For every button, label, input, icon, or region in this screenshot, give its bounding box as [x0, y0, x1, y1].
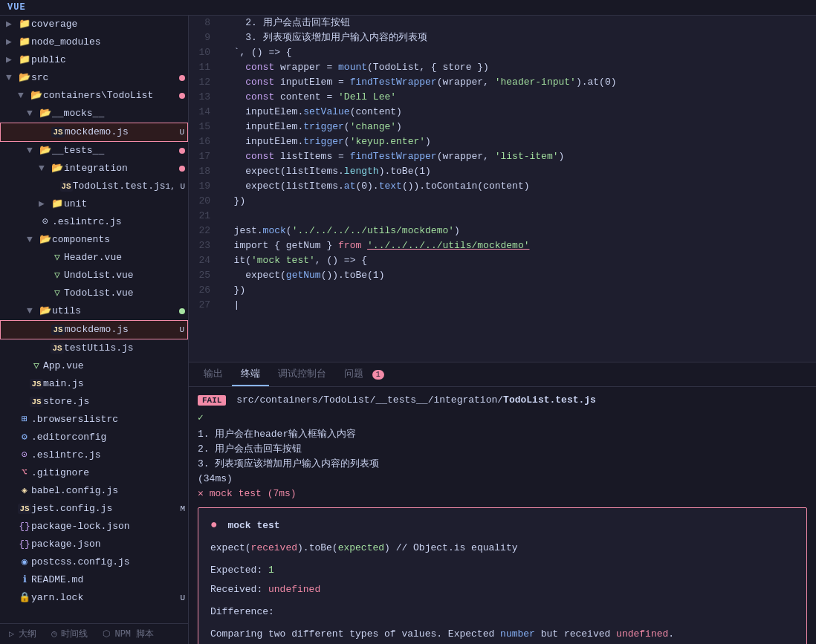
folder-icon: 📁 — [18, 34, 31, 51]
timeline-item[interactable]: ◷ 时间线 — [51, 628, 88, 640]
sidebar-item-package-lock[interactable]: {} package-lock.json — [0, 518, 188, 536]
expected-line: Expected: 1 — [210, 562, 794, 579]
tab-terminal[interactable]: 终端 — [232, 362, 269, 386]
sidebar-content: ▶ 📁 coverage ▶ 📁 node_modules ▶ 📁 public — [0, 16, 188, 623]
sidebar-item-mockdemo-utils[interactable]: JS mockdemo.js U — [0, 320, 188, 339]
sidebar-item-src[interactable]: ▼ 📂 src — [0, 69, 188, 87]
test-suite-item-3: 3. 列表项应该增加用户输入内容的列表项 — [198, 457, 807, 472]
code-editor[interactable]: 8 2. 用户会点击回车按钮 9 3. 列表项应该增加用户输入内容的列表项 10… — [189, 16, 816, 362]
tab-output[interactable]: 输出 — [195, 362, 232, 386]
code-line-26: 26 }) — [189, 283, 816, 298]
tab-problems[interactable]: 问题 1 — [335, 362, 393, 386]
vue-file-icon: ▽ — [30, 358, 43, 374]
folder-open-icon: 📂 — [39, 232, 52, 248]
problems-count: 1 — [372, 370, 384, 380]
sidebar-item-postcss[interactable]: ◉ postcss.config.js — [0, 553, 188, 571]
sidebar-item-eslint-src[interactable]: ⊙ .eslintrc.js — [0, 213, 188, 231]
fail-line: FAIL src/containers/TodoList/__tests__/i… — [198, 393, 807, 408]
chevron-down-icon: ▼ — [27, 232, 39, 248]
npm-icon: ⬡ — [103, 628, 110, 640]
sidebar-item-todolist-vue[interactable]: ▽ TodoList.vue — [0, 284, 188, 302]
babel-icon: ◈ — [18, 483, 31, 499]
sidebar-item-yarn-lock[interactable]: 🔒 yarn.lock U — [0, 589, 188, 607]
sidebar-item-store-js[interactable]: JS store.js — [0, 393, 188, 411]
editor-icon: ⚙ — [18, 429, 31, 446]
sidebar-item-readme[interactable]: ℹ README.md — [0, 571, 188, 589]
chevron-right-icon: ▶ — [6, 16, 18, 33]
sidebar-item-todolist-test[interactable]: JS TodoList.test.js 1, U — [0, 178, 188, 195]
sidebar-item-eslintrc-root[interactable]: ⊙ .eslintrc.js — [0, 446, 188, 464]
chevron-right-icon: ▶ — [39, 196, 51, 212]
sidebar: ▶ 📁 coverage ▶ 📁 node_modules ▶ 📁 public — [0, 16, 189, 644]
folder-icon: 📁 — [51, 196, 64, 212]
sidebar-item-mockdemo-mocks[interactable]: JS mockdemo.js U — [0, 123, 188, 142]
status-dot — [179, 93, 185, 99]
title-label: VUE — [7, 2, 26, 13]
code-line-12: 12 const inputElem = findTestWrapper(wra… — [189, 75, 816, 90]
sidebar-item-node_modules[interactable]: ▶ 📁 node_modules — [0, 33, 188, 51]
right-panel: 8 2. 用户会点击回车按钮 9 3. 列表项应该增加用户输入内容的列表项 10… — [189, 16, 816, 644]
code-line-20: 20 }) — [189, 194, 816, 209]
chevron-right-icon: ▶ — [6, 52, 18, 68]
test-suite-item-1: 1. 用户会在header输入框输入内容 — [198, 427, 807, 442]
panel-tabs: 输出 终端 调试控制台 问题 1 — [189, 362, 816, 387]
test-suite-item-2: 2. 用户会点击回车按钮 — [198, 442, 807, 457]
npm-scripts-item[interactable]: ⬡ NPM 脚本 — [103, 628, 154, 640]
sidebar-item-editorconfig[interactable]: ⚙ .editorconfig — [0, 429, 188, 446]
code-line-13: 13 const content = 'Dell Lee' — [189, 90, 816, 105]
sidebar-item-undolist-vue[interactable]: ▽ UndoList.vue — [0, 267, 188, 284]
js-file-icon: JS — [30, 376, 43, 392]
code-line-19: 19 expect(listItems.at(0).text()).toCont… — [189, 179, 816, 194]
outline-item[interactable]: ▷ 大纲 — [9, 628, 36, 640]
git-icon: ⌥ — [18, 465, 31, 481]
sidebar-item-mocks[interactable]: ▼ 📂 __mocks__ — [0, 105, 188, 123]
json-icon: {} — [18, 518, 31, 535]
error-desc: expect(received).toBe(expected) // Objec… — [210, 540, 794, 556]
status-dot — [179, 166, 185, 172]
eslint-icon: ⊙ — [39, 214, 52, 230]
sidebar-item-components[interactable]: ▼ 📂 components — [0, 231, 188, 249]
sidebar-item-utils[interactable]: ▼ 📂 utils — [0, 302, 188, 320]
sidebar-item-header-vue[interactable]: ▽ Header.vue — [0, 249, 188, 267]
chevron-down-icon: ▼ — [39, 160, 51, 177]
tab-debug[interactable]: 调试控制台 — [269, 362, 335, 386]
code-line-27: 27 | — [189, 298, 816, 313]
sidebar-item-coverage[interactable]: ▶ 📁 coverage — [0, 16, 188, 33]
folder-icon: 📁 — [18, 52, 31, 68]
chevron-down-icon: ▼ — [27, 143, 39, 159]
sidebar-item-public[interactable]: ▶ 📁 public — [0, 51, 188, 69]
json-icon: {} — [18, 536, 31, 553]
sidebar-item-tests[interactable]: ▼ 📂 __tests__ — [0, 142, 188, 160]
sidebar-item-containers-todolist[interactable]: ▼ 📂 containers\TodoList — [0, 87, 188, 105]
sidebar-item-unit[interactable]: ▶ 📁 unit — [0, 195, 188, 213]
diff-line: Comparing two different types of values.… — [210, 626, 794, 643]
bottom-panel: 输出 终端 调试控制台 问题 1 FAIL src/containers/Tod… — [189, 362, 816, 644]
browser-icon: ⊞ — [18, 412, 31, 428]
chevron-down-icon: ▼ — [18, 88, 30, 104]
sidebar-item-testutils[interactable]: JS testUtils.js — [0, 339, 188, 357]
terminal-content[interactable]: FAIL src/containers/TodoList/__tests__/i… — [189, 387, 816, 644]
code-line-15: 15 inputElem.trigger('change') — [189, 120, 816, 134]
status-dot — [179, 308, 185, 314]
chevron-down-icon: ▼ — [6, 70, 18, 86]
sidebar-item-app-vue[interactable]: ▽ App.vue — [0, 357, 188, 375]
sidebar-item-gitignore[interactable]: ⌥ .gitignore — [0, 464, 188, 482]
readme-icon: ℹ — [18, 572, 31, 588]
code-line-8: 8 2. 用户会点击回车按钮 — [189, 16, 816, 30]
sidebar-item-main-js[interactable]: JS main.js — [0, 375, 188, 393]
code-line-16: 16 inputElem.trigger('keyup.enter') — [189, 134, 816, 149]
folder-open-icon: 📂 — [51, 160, 64, 177]
sidebar-item-package-json[interactable]: {} package.json — [0, 536, 188, 553]
code-line-17: 17 const listItems = findTestWrapper(wra… — [189, 149, 816, 164]
sidebar-item-jest-config[interactable]: JS jest.config.js M — [0, 500, 188, 518]
code-line-10: 10 `, () => { — [189, 45, 816, 60]
sidebar-item-integration[interactable]: ▼ 📂 integration — [0, 160, 188, 178]
js-file-icon: JS — [30, 394, 43, 410]
sidebar-item-browserslistrc[interactable]: ⊞ .browserslistrc — [0, 411, 188, 429]
sidebar-item-babel-config[interactable]: ◈ babel.config.js — [0, 482, 188, 500]
sidebar-status-bar: ▷ 大纲 ◷ 时间线 ⬡ NPM 脚本 — [0, 623, 188, 644]
timing: (34ms) — [198, 472, 807, 487]
failed-test-line: ✕ mock test (7ms) — [198, 487, 807, 501]
fail-badge: FAIL — [198, 395, 226, 406]
folder-open-icon: 📂 — [39, 143, 52, 159]
